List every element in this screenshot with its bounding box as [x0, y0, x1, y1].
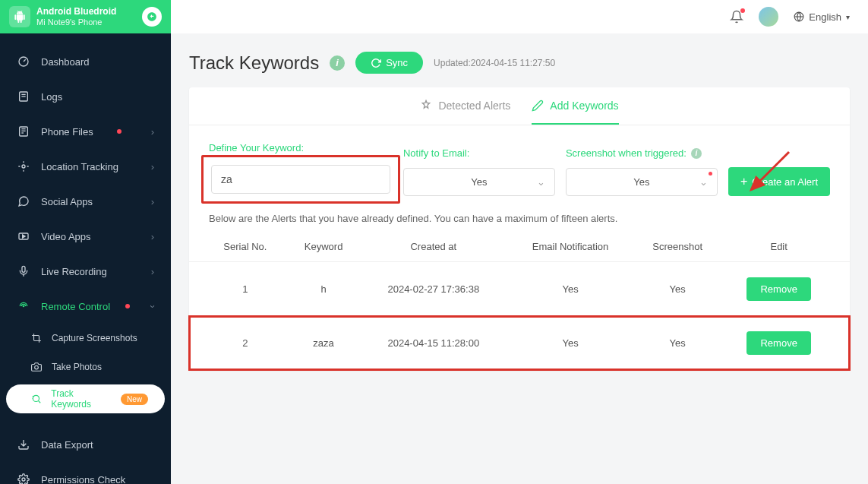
keyword-input[interactable] [211, 165, 390, 194]
sub-capture-screenshots[interactable]: Capture Screenshots [0, 324, 171, 353]
nav-social[interactable]: Social Apps › [0, 184, 171, 219]
svg-line-14 [38, 400, 40, 403]
nav-remote-control[interactable]: Remote Control › [0, 289, 171, 324]
nav-live-recording[interactable]: Live Recording › [0, 254, 171, 289]
camera-icon [30, 361, 43, 373]
notify-label: Notify to Email: [403, 147, 555, 159]
screenshot-select[interactable]: Yes ⌄ [566, 168, 718, 196]
remove-button[interactable]: Remove [746, 277, 810, 301]
swap-device-icon[interactable] [142, 7, 162, 27]
language-label: English [809, 11, 841, 23]
crop-icon [30, 332, 43, 344]
logs-icon [17, 90, 30, 103]
notification-dot [740, 8, 745, 13]
nav-video[interactable]: Video Apps › [0, 219, 171, 254]
files-icon [17, 125, 30, 138]
tab-label: Add Keywords [550, 100, 618, 112]
chevron-down-icon: › [147, 305, 158, 308]
new-badge: New [121, 394, 148, 405]
updated-text: Updated:2024-04-15 11:27:50 [434, 58, 555, 68]
th-email: Email Notification [507, 232, 633, 262]
globe-icon [794, 11, 804, 22]
notification-dot [117, 129, 122, 134]
nav-phone-files[interactable]: Phone Files › [0, 114, 171, 149]
dashboard-icon [17, 55, 30, 68]
notify-select[interactable]: Yes ⌄ [403, 168, 555, 196]
svg-marker-10 [23, 235, 25, 238]
chevron-right-icon: › [151, 266, 154, 277]
sync-button[interactable]: Sync [355, 52, 423, 74]
device-header[interactable]: Android Bluedroid Mi Note9's Phone [0, 0, 171, 33]
nav-location[interactable]: Location Tracking › [0, 149, 171, 184]
alerts-table: Serial No. Keyword Created at Email Noti… [189, 232, 850, 370]
notifications-button[interactable] [730, 10, 743, 24]
edit-icon [532, 100, 544, 112]
content-card: Detected Alerts Add Keywords Define Your… [189, 87, 850, 370]
form-row: Define Your Keyword: Notify to Email: Ye… [189, 125, 850, 213]
cell-keyword: zaza [288, 316, 360, 370]
chat-icon [17, 195, 30, 208]
create-alert-button[interactable]: + Create an Alert [728, 167, 830, 196]
nav-label: Video Apps [41, 231, 91, 242]
nav-logs[interactable]: Logs [0, 79, 171, 114]
refresh-icon [371, 58, 381, 68]
svg-point-17 [22, 478, 25, 481]
device-info: Android Bluedroid Mi Note9's Phone [36, 6, 142, 27]
hint-text: Below are the Alerts that you have alrea… [189, 213, 850, 232]
svg-point-12 [35, 365, 39, 369]
android-icon [9, 6, 30, 27]
create-label: Create an Alert [752, 176, 818, 188]
screenshot-label: Screenshot when triggered: i [566, 147, 718, 159]
video-icon [17, 229, 30, 243]
nav-dashboard[interactable]: Dashboard [0, 44, 171, 79]
info-icon[interactable]: i [330, 55, 345, 71]
cell-email: Yes [507, 262, 633, 317]
chevron-right-icon: › [151, 231, 154, 242]
sidebar: Android Bluedroid Mi Note9's Phone Dashb… [0, 0, 171, 484]
sub-label: Take Photos [52, 362, 102, 372]
avatar[interactable] [759, 7, 778, 27]
th-created: Created at [359, 232, 507, 262]
cell-keyword: h [288, 262, 360, 317]
cell-serial: 2 [189, 316, 288, 370]
th-keyword: Keyword [288, 232, 360, 262]
plus-icon: + [740, 176, 747, 188]
language-selector[interactable]: English ▾ [794, 11, 850, 23]
alert-icon [420, 100, 432, 112]
table-row: 1 h 2024-02-27 17:36:38 Yes Yes Remove [189, 262, 850, 317]
sub-take-photos[interactable]: Take Photos [0, 353, 171, 381]
chevron-down-icon: ▾ [846, 13, 850, 21]
cell-serial: 1 [189, 262, 288, 317]
keywords-icon [30, 393, 42, 405]
chevron-right-icon: › [151, 161, 154, 172]
table-row: 2 zaza 2024-04-15 11:28:00 Yes Yes Remov… [189, 316, 850, 370]
cell-email: Yes [507, 316, 633, 370]
nav-label: Phone Files [41, 126, 93, 138]
cell-created: 2024-04-15 11:28:00 [359, 316, 507, 370]
gear-icon [17, 473, 30, 484]
nav-permissions[interactable]: Permissions Check [0, 462, 171, 484]
cell-screenshot: Yes [633, 316, 721, 370]
select-value: Yes [633, 176, 649, 188]
th-edit: Edit [721, 232, 850, 262]
tab-add-keywords[interactable]: Add Keywords [532, 87, 618, 125]
notify-field: Notify to Email: Yes ⌄ [403, 147, 555, 196]
nav-data-export[interactable]: Data Export [0, 427, 171, 462]
sub-track-keywords[interactable]: Track Keywords New [6, 384, 165, 413]
location-icon [17, 160, 30, 173]
info-icon[interactable]: i [691, 148, 702, 159]
tab-label: Detected Alerts [438, 100, 510, 112]
sub-label: Track Keywords [51, 388, 113, 410]
th-screenshot: Screenshot [633, 232, 721, 262]
nav-label: Permissions Check [41, 474, 125, 485]
tab-detected-alerts[interactable]: Detected Alerts [420, 87, 510, 125]
sync-label: Sync [386, 57, 408, 68]
chevron-down-icon: ⌄ [699, 176, 708, 188]
nav-label: Logs [41, 91, 62, 103]
nav-label: Location Tracking [41, 161, 118, 172]
nav-label: Dashboard [41, 56, 90, 68]
remove-button[interactable]: Remove [746, 331, 810, 355]
chevron-right-icon: › [151, 126, 154, 138]
tabs: Detected Alerts Add Keywords [189, 87, 850, 125]
th-serial: Serial No. [189, 232, 288, 262]
